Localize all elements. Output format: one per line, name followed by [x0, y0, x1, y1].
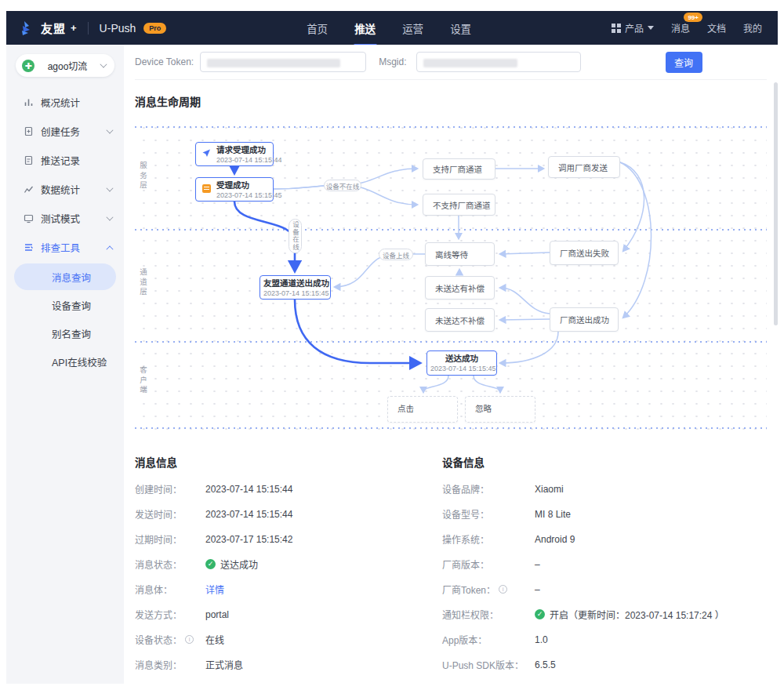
- flow-node-umeng-sent[interactable]: 友盟通道送出成功 2023-07-14 15:15:45: [260, 275, 331, 300]
- row-value: Xiaomi: [535, 484, 564, 495]
- messages-menu[interactable]: 消息 99+: [671, 21, 690, 34]
- sidebar-subitem-alias-query[interactable]: 别名查询: [14, 320, 116, 347]
- node-time: 2023-07-14 15:15:45: [216, 191, 268, 199]
- row-label: 通知栏权限：: [442, 608, 535, 621]
- query-button[interactable]: 查询: [666, 52, 702, 73]
- sidebar-item-label: 排查工具: [41, 240, 100, 255]
- nav-item-home[interactable]: 首页: [305, 11, 329, 45]
- sidebar-item-push-record[interactable]: 推送记录: [6, 146, 124, 175]
- sidebar-item-overview[interactable]: 概况统计: [6, 88, 124, 117]
- device-info-section: 设备信息 设备品牌：Xiaomi 设备型号：MI 8 Lite 操作系统：And…: [442, 437, 724, 684]
- row-value: 2023-07-14 15:15:44: [205, 484, 292, 495]
- file-plus-icon: [24, 126, 34, 136]
- lifecycle-section-title: 消息生命周期: [135, 93, 767, 109]
- info-row: 设备品牌：Xiaomi: [442, 482, 724, 496]
- row-label: 厂商版本：: [442, 557, 535, 571]
- sidebar-item-test-mode[interactable]: 测试模式: [6, 204, 124, 233]
- sidebar-subitem-device-query[interactable]: 设备查询: [14, 292, 116, 318]
- node-time: 2023-07-14 15:15:44: [216, 156, 268, 164]
- app-switcher[interactable]: ✚ agoo切流: [16, 54, 114, 77]
- info-row: 发送时间：2023-07-14 15:15:44: [135, 507, 442, 521]
- detail-link[interactable]: 详情: [205, 583, 224, 596]
- app-switcher-label: agoo切流: [34, 59, 100, 72]
- nav-item-settings[interactable]: 设置: [448, 11, 473, 45]
- info-icon[interactable]: i: [185, 635, 194, 644]
- brand: 友盟 + U-Push Pro: [19, 20, 166, 37]
- flow-node-not-support-vendor[interactable]: 不支持厂商通道: [423, 194, 495, 216]
- chevron-down-icon: [100, 60, 107, 67]
- line-chart-icon: [24, 184, 34, 194]
- device-token-label: Device Token:: [135, 56, 194, 67]
- flow-node-undelivered-compensate[interactable]: 未送达有补偿: [425, 276, 495, 300]
- chevron-up-icon: [106, 245, 113, 252]
- row-value: MI 8 Lite: [535, 509, 571, 520]
- row-value: Android 9: [535, 534, 575, 545]
- flow-node-ignore[interactable]: 忽略: [465, 396, 535, 423]
- flow-node-offline-wait[interactable]: 离线等待: [425, 242, 495, 266]
- row-value: 2023-07-14 15:15:44: [205, 509, 292, 520]
- message-info-section: 消息信息 创建时间：2023-07-14 15:15:44 发送时间：2023-…: [135, 437, 442, 684]
- msgid-input[interactable]: [416, 52, 581, 72]
- check-circle-icon: ✓: [205, 559, 216, 569]
- main-content: Device Token: Msgid: 查询 消息生命周期 服务层 通道层 客…: [124, 45, 778, 684]
- info-row: Common SDK版本：9.5.2: [442, 683, 724, 684]
- flow-node-click[interactable]: 点击: [387, 396, 458, 423]
- check-circle-icon: ✓: [535, 609, 545, 619]
- products-label: 产品: [625, 21, 644, 34]
- info-row-message-body: 消息体：详情: [135, 583, 442, 596]
- scrollbar-thumb[interactable]: [774, 82, 778, 325]
- sidebar: ✚ agoo切流 概况统计 创建任务 推送记录 数据统计: [6, 45, 124, 684]
- file-list-icon: [24, 155, 34, 165]
- row-value: 6.5.5: [535, 659, 556, 670]
- info-row: 发送方式：portal: [135, 608, 442, 621]
- row-label: 发送方式：: [135, 608, 205, 621]
- info-row-message-status: 消息状态：✓送达成功: [135, 557, 442, 571]
- row-label: 设备品牌：: [442, 482, 535, 496]
- flow-node-call-vendor[interactable]: 调用厂商发送: [548, 156, 620, 178]
- flow-node-vendor-fail[interactable]: 厂商送出失败: [550, 241, 619, 265]
- app-body: ✚ agoo切流 概况统计 创建任务 推送记录 数据统计: [6, 45, 778, 684]
- info-row: 消息类别：正式消息: [135, 658, 442, 671]
- sidebar-subitem-message-query[interactable]: 消息查询: [14, 263, 116, 290]
- my-account-menu[interactable]: 我的: [743, 21, 762, 34]
- sidebar-item-data-stats[interactable]: 数据统计: [6, 175, 124, 204]
- info-row: 厂商Msgid：–: [135, 683, 442, 684]
- info-row: 设备型号：MI 8 Lite: [442, 507, 724, 521]
- row-value: –: [535, 584, 540, 595]
- device-token-input[interactable]: [200, 52, 366, 72]
- paper-plane-icon: [202, 149, 211, 158]
- query-bar: Device Token: Msgid: 查询: [135, 45, 767, 80]
- sidebar-item-troubleshoot[interactable]: 排查工具: [6, 233, 124, 262]
- flow-node-accepted[interactable]: 受理成功 2023-07-14 15:15:45: [195, 177, 274, 202]
- flow-node-delivered[interactable]: 送达成功 2023-07-14 15:15:45: [426, 350, 497, 376]
- edge-label-device-online: 设备在线: [289, 219, 302, 253]
- nav-item-push[interactable]: 推送: [353, 11, 377, 45]
- nav-right: 产品 消息 99+ 文档 我的: [612, 21, 762, 34]
- msgid-label: Msgid:: [379, 56, 406, 67]
- info-row-vendor-token: 厂商Token：i–: [442, 583, 724, 596]
- row-label: 消息类别：: [135, 658, 205, 671]
- sidebar-item-label: 测试模式: [41, 211, 100, 226]
- my-account-label: 我的: [743, 21, 762, 34]
- docs-label: 文档: [707, 21, 726, 34]
- device-info-title: 设备信息: [442, 454, 724, 470]
- app-icon: ✚: [22, 60, 34, 72]
- flow-node-support-vendor[interactable]: 支持厂商通道: [423, 158, 495, 180]
- sidebar-item-create-task[interactable]: 创建任务: [6, 117, 124, 146]
- nav-item-operation[interactable]: 运营: [401, 11, 425, 45]
- info-icon[interactable]: i: [499, 585, 507, 594]
- info-row: 操作系统：Android 9: [442, 532, 724, 546]
- row-label: 创建时间：: [135, 482, 205, 496]
- top-navbar: 友盟 + U-Push Pro 首页 推送 运营 设置 产品 消息 99+: [6, 11, 778, 45]
- vertical-scrollbar[interactable]: [774, 45, 779, 684]
- products-menu[interactable]: 产品: [612, 21, 654, 34]
- flow-node-request-accepted[interactable]: 请求受理成功 2023-07-14 15:15:44: [195, 142, 274, 166]
- messages-count-badge: 99+: [684, 13, 702, 22]
- sidebar-subitem-api-check[interactable]: API在线校验: [14, 348, 116, 375]
- node-title: 送达成功: [430, 354, 493, 365]
- info-row: 厂商版本：–: [442, 557, 724, 571]
- flow-node-undelivered-no-compensate[interactable]: 未送达不补偿: [425, 308, 495, 332]
- flow-node-vendor-success[interactable]: 厂商送出成功: [550, 307, 619, 332]
- info-row: App版本：1.0: [442, 633, 724, 646]
- docs-menu[interactable]: 文档: [707, 21, 726, 34]
